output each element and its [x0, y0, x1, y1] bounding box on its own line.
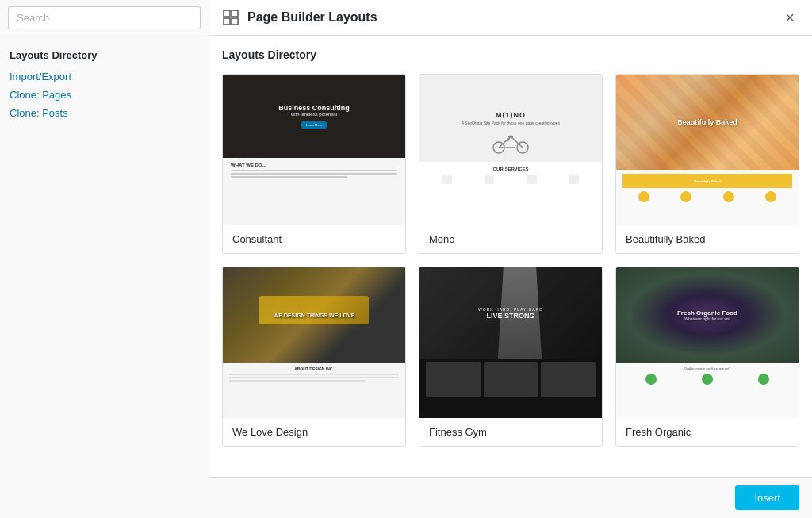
- layout-card-organic[interactable]: Fresh Organic Food Wherever right for ou…: [615, 267, 799, 447]
- consultant-line-2: [231, 173, 397, 175]
- macarons-section: Beautifully Baked: [616, 75, 799, 170]
- baked-bottom: Beautifully Baked: [616, 170, 799, 225]
- modal-title: Page Builder Layouts: [247, 10, 377, 25]
- gym-overlay-text: WORK HARD, PLAY HARD LIVE STRONG: [478, 307, 543, 320]
- sidebar-nav: Layouts Directory Import/Export Clone: P…: [0, 36, 209, 132]
- gym-work-hard: WORK HARD, PLAY HARD: [478, 307, 543, 312]
- organic-bottom: Quality organic produce, are we?: [616, 363, 799, 418]
- mono-our-services: OUR SERVICES: [426, 167, 596, 171]
- consultant-what-we-do: WHAT WE DO...: [231, 163, 397, 167]
- gym-bottom: [419, 359, 602, 418]
- sidebar-section-title: Layouts Directory: [10, 49, 199, 61]
- section-heading: Layouts Directory: [222, 48, 799, 61]
- svg-rect-2: [224, 18, 230, 25]
- consultant-overlay-text: Business Consulting with limitless poten…: [278, 104, 350, 129]
- mono-service-icons: [426, 175, 596, 184]
- organic-green-icons: [622, 374, 792, 385]
- layout-label-mono: Mono: [419, 225, 602, 253]
- consultant-subheadline: with limitless potential: [278, 112, 350, 117]
- modal-overlay: Layouts Directory Import/Export Clone: P…: [0, 0, 812, 518]
- modal: Layouts Directory Import/Export Clone: P…: [0, 0, 812, 518]
- bike-icon: [491, 130, 530, 154]
- organic-tag: Wherever right for our soil: [677, 317, 737, 321]
- organic-quality-text: Quality organic produce, are we?: [622, 366, 792, 370]
- modal-title-row: Page Builder Layouts: [222, 9, 377, 26]
- service-icon-4: [569, 175, 579, 184]
- layout-thumbnail-gym: WORK HARD, PLAY HARD LIVE STRONG: [419, 267, 602, 418]
- modal-header: Page Builder Layouts ×: [209, 0, 812, 36]
- sidebar-link-clone-pages[interactable]: Clone: Pages: [10, 89, 199, 101]
- mono-subtitle: A SiteOrigin Site Pack for those one pag…: [462, 121, 560, 125]
- organic-overlay-text: Fresh Organic Food Wherever right for ou…: [677, 309, 737, 321]
- baked-overlay-text: Beautifully Baked: [677, 118, 737, 126]
- baked-icon-3: [723, 191, 734, 202]
- consultant-dark-section: Business Consulting with limitless poten…: [223, 75, 405, 158]
- layout-label-gym: Fitness Gym: [419, 418, 602, 446]
- layouts-grid: Business Consulting with limitless poten…: [222, 74, 799, 447]
- baked-icon-2: [680, 191, 691, 202]
- layout-label-design: We Love Design: [223, 418, 405, 446]
- svg-rect-1: [232, 10, 238, 17]
- page-builder-icon: [222, 9, 239, 26]
- layout-card-gym[interactable]: WORK HARD, PLAY HARD LIVE STRONG Fitness…: [419, 267, 603, 447]
- layout-card-mono[interactable]: M(1)NO A SiteOrigin Site Pack for those …: [419, 74, 603, 254]
- layout-card-design[interactable]: WE DESIGN THINGS WE LOVE ABOUT DESIGN IN…: [222, 267, 406, 447]
- organic-icon-2: [702, 374, 713, 385]
- main-content: Page Builder Layouts × Layouts Directory: [209, 0, 812, 518]
- sidebar: Layouts Directory Import/Export Clone: P…: [0, 0, 209, 518]
- gym-top: WORK HARD, PLAY HARD LIVE STRONG: [419, 267, 602, 359]
- search-input[interactable]: [8, 6, 201, 29]
- service-icon-2: [485, 175, 494, 184]
- service-icon-3: [527, 175, 537, 184]
- layout-thumbnail-mono: M(1)NO A SiteOrigin Site Pack for those …: [419, 75, 602, 225]
- gym-live-strong: LIVE STRONG: [478, 312, 543, 320]
- layout-card-consultant[interactable]: Business Consulting with limitless poten…: [222, 74, 406, 254]
- mono-bottom: OUR SERVICES: [419, 162, 602, 189]
- layout-thumbnail-baked: Beautifully Baked Beautifully Baked: [616, 75, 799, 225]
- svg-rect-3: [232, 18, 238, 25]
- consultant-cta: Learn More: [301, 121, 327, 129]
- design-line-2: [229, 377, 399, 378]
- organic-icon-1: [645, 374, 657, 385]
- organic-icon-3: [758, 374, 769, 385]
- baked-yellow-bar: Beautifully Baked: [622, 174, 792, 188]
- layout-label-organic: Fresh Organic: [616, 418, 799, 446]
- consultant-line-3: [231, 176, 347, 178]
- service-icon-1: [442, 175, 452, 184]
- organic-top: Fresh Organic Food Wherever right for ou…: [616, 267, 799, 363]
- layout-card-baked[interactable]: Beautifully Baked Beautifully Baked: [615, 74, 799, 254]
- consultant-light-section: WHAT WE DO...: [223, 158, 405, 226]
- layout-label-consultant: Consultant: [223, 225, 405, 253]
- content-area[interactable]: Layouts Directory Business Consulting wi…: [209, 36, 812, 477]
- search-container: [0, 0, 209, 36]
- svg-point-11: [510, 136, 512, 138]
- gym-thumb-3: [541, 362, 596, 397]
- mono-center-text: M(1)NO A SiteOrigin Site Pack for those …: [462, 111, 560, 125]
- modal-footer: Insert: [209, 477, 812, 518]
- baked-icon-row: [622, 191, 792, 202]
- baked-icon-1: [638, 191, 649, 202]
- sidebar-link-import-export[interactable]: Import/Export: [10, 71, 199, 82]
- organic-headline: Fresh Organic Food: [677, 309, 737, 317]
- consultant-line-1: [231, 170, 397, 171]
- design-line-1: [229, 374, 399, 375]
- design-overlay-text: WE DESIGN THINGS WE LOVE: [274, 313, 355, 318]
- insert-button[interactable]: Insert: [735, 485, 799, 510]
- baked-icon-4: [765, 191, 776, 202]
- sidebar-link-clone-posts[interactable]: Clone: Posts: [10, 107, 199, 119]
- close-button[interactable]: ×: [780, 8, 799, 27]
- layout-thumbnail-consultant: Business Consulting with limitless poten…: [223, 75, 405, 225]
- gym-thumb-2: [484, 362, 538, 397]
- design-about-text: ABOUT DESIGN INC.: [229, 366, 399, 371]
- gym-thumb-1: [426, 362, 481, 397]
- consultant-lines: [231, 170, 397, 178]
- layout-label-baked: Beautifully Baked: [616, 225, 799, 253]
- design-bottom: ABOUT DESIGN INC.: [223, 363, 405, 418]
- design-small-lines: [229, 374, 399, 382]
- svg-rect-0: [224, 10, 230, 17]
- design-yellow-accent: [259, 296, 369, 324]
- layout-thumbnail-design: WE DESIGN THINGS WE LOVE ABOUT DESIGN IN…: [223, 267, 405, 418]
- baked-bar-text: Beautifully Baked: [694, 179, 721, 183]
- mono-top: M(1)NO A SiteOrigin Site Pack for those …: [419, 75, 602, 162]
- consultant-headline: Business Consulting: [278, 104, 350, 112]
